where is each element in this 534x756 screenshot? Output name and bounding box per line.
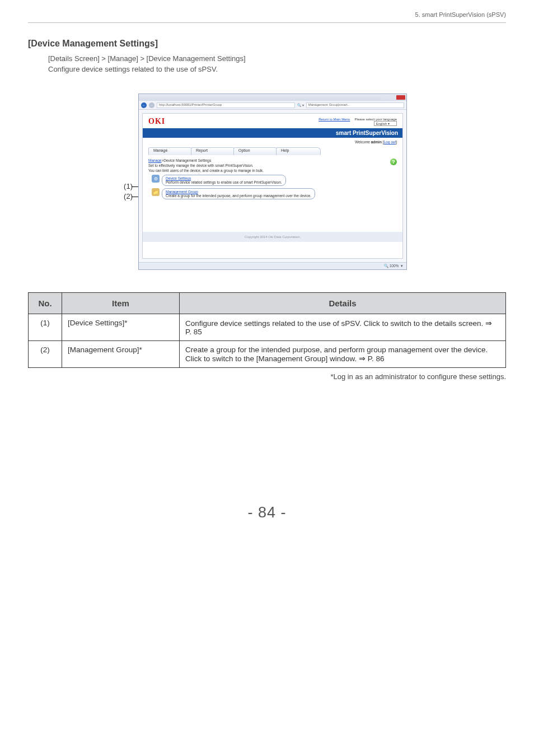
copyright-text: Copyright 2014 Oki Data Corporation. (143, 232, 402, 242)
tab-report[interactable]: Report (191, 147, 236, 155)
tab-option[interactable]: Option (233, 147, 278, 155)
cell-item: [Device Settings]* (62, 314, 180, 341)
help-icon[interactable]: ? (390, 158, 397, 165)
menu-tabs: Manage Report Option Help (143, 146, 402, 158)
screenshot-figure: (1) (2) ← → http://localhost:50081/Print… (110, 94, 424, 270)
device-settings-link[interactable]: Device Settings (166, 176, 191, 180)
tab-help[interactable]: Help (276, 147, 321, 155)
breadcrumb-manage[interactable]: Manage (148, 158, 162, 162)
intro-paragraph: Configure device settings related to the… (48, 65, 506, 73)
url-input[interactable]: http://localhost:50081/Printer/PrinterGr… (157, 102, 295, 108)
callout-label-1: (1) (110, 182, 133, 190)
management-group-link[interactable]: Management Group (166, 190, 198, 194)
breadcrumb-line: [Details Screen] > [Manage] > [Device Ma… (48, 54, 506, 63)
minimize-icon[interactable] (381, 95, 387, 100)
table-row: (1) [Device Settings]* Configure device … (29, 314, 506, 341)
oki-logo: OKI (148, 117, 165, 126)
cell-details: Configure device settings related to the… (180, 314, 506, 341)
tab-title: Management Group|smart… (306, 102, 404, 108)
page-body: OKI Return to Main Menu Please select yo… (142, 113, 403, 259)
address-bar: ← → http://localhost:50081/Printer/Print… (139, 101, 406, 110)
footnote-text: *Log in as an administrator to configure… (28, 372, 506, 381)
mgmt-desc-1: Set to effectively manage the device wit… (148, 164, 397, 167)
management-group-desc: Create a group for the intended purpose,… (166, 194, 311, 198)
breadcrumb: Manage>Device Management Settings (148, 158, 397, 162)
tab-manage[interactable]: Manage (148, 147, 193, 155)
cell-details: Create a group for the intended purpose,… (180, 341, 506, 368)
language-select[interactable]: English ▾ (374, 121, 397, 126)
details-table: No. Item Details (1) [Device Settings]* … (28, 292, 506, 368)
cell-no: (2) (29, 341, 62, 368)
callout-label-2: (2) (110, 192, 133, 200)
window-titlebar (139, 94, 406, 101)
forward-icon[interactable]: → (149, 102, 154, 108)
browser-window: ← → http://localhost:50081/Printer/Print… (138, 94, 407, 270)
mgmt-desc-2: You can limit users of the device, and c… (148, 169, 397, 172)
management-group-row: 📁 Management Group Create a group for th… (152, 188, 397, 199)
back-icon[interactable]: ← (141, 102, 147, 108)
device-settings-desc: Perform device related settings to enabl… (166, 180, 282, 184)
return-main-link[interactable]: Return to Main Menu (318, 118, 350, 121)
cell-no: (1) (29, 314, 62, 341)
management-group-icon: 📁 (152, 188, 160, 196)
device-settings-row: ⚙ Device Settings Perform device related… (152, 175, 397, 186)
table-row: (2) [Management Group]* Create a group f… (29, 341, 506, 368)
welcome-row: Welcome admin [Log out] (143, 138, 402, 146)
maximize-icon[interactable] (388, 95, 395, 100)
chapter-header: 5. smart PrintSuperVision (sPSV) (28, 11, 506, 18)
col-header-item: Item (62, 293, 180, 314)
close-icon[interactable] (396, 95, 405, 100)
search-hint: 🔍 ▾ (297, 103, 304, 107)
col-header-details: Details (180, 293, 506, 314)
app-banner: smart PrintSuperVision (143, 128, 402, 138)
col-header-no: No. (29, 293, 62, 314)
page-number: - 84 - (28, 504, 506, 521)
header-rule (28, 22, 506, 23)
logout-link[interactable]: Log out (384, 140, 396, 144)
cell-item: [Management Group]* (62, 341, 180, 368)
zoom-indicator: 🔍 100% ▾ (139, 262, 406, 269)
section-heading: [Device Management Settings] (28, 39, 506, 49)
device-settings-icon: ⚙ (152, 175, 160, 183)
